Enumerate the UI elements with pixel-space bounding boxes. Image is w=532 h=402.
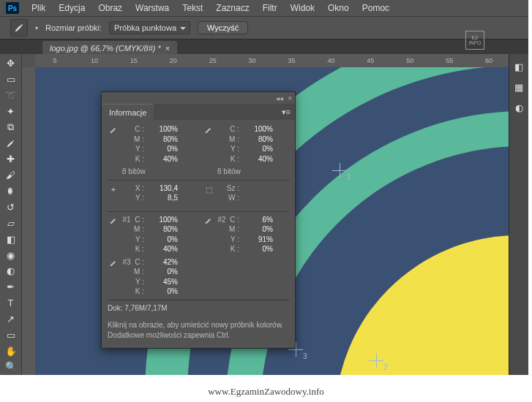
type-tool-icon[interactable]: T [3, 296, 19, 311]
close-icon[interactable]: × [288, 94, 292, 102]
panel-titlebar[interactable]: ◂◂ × [102, 92, 295, 104]
history-brush-tool-icon[interactable]: ↺ [3, 200, 19, 215]
eyedropper-icon [108, 124, 119, 149]
shape-tool-icon[interactable]: ▭ [3, 327, 19, 342]
eyedropper-tool-icon[interactable] [3, 136, 19, 151]
menu-okno[interactable]: Okno [321, 1, 356, 15]
menu-tekst[interactable]: Tekst [176, 1, 209, 15]
brush-tool-icon[interactable]: 🖌 [3, 168, 19, 183]
menu-zaznacz[interactable]: Zaznacz [209, 1, 255, 15]
info-panel[interactable]: ◂◂ × Informacje ▾≡ C :M :Y :K : 100% 80%… [101, 91, 296, 349]
lasso-tool-icon[interactable]: ➰ [3, 88, 19, 103]
crosshair-icon: + [108, 183, 119, 208]
close-icon[interactable]: × [165, 44, 170, 53]
menu-obraz[interactable]: Obraz [91, 1, 129, 15]
pen-tool-icon[interactable]: ✒ [3, 280, 19, 295]
move-tool-icon[interactable]: ✥ [3, 56, 19, 71]
sample-size-dropdown[interactable]: Próbka punktowa [109, 21, 190, 34]
eyedropper-icon [108, 257, 119, 282]
clear-button[interactable]: Wyczyść [198, 21, 248, 34]
path-tool-icon[interactable]: ↗ [3, 312, 19, 327]
panel-hint: Kliknij na obrazie, aby umieścić nowy pr… [108, 320, 289, 341]
eyedropper-icon [203, 215, 214, 240]
gradient-tool-icon[interactable]: ◧ [3, 232, 19, 246]
left-toolbar: ✥ ▭ ➰ ✦ ⧉ ✚ 🖌 ⧯ ↺ ▱ ◧ ◉ ◐ ✒ T ↗ ▭ ✋ 🔍 [0, 54, 22, 375]
dimensions-icon: ⬚ [203, 183, 214, 208]
watermark-badge: EZINFO [465, 31, 484, 50]
document-tabs: logo.jpg @ 66,7% (CMYK/8#) * × [0, 39, 528, 56]
wand-tool-icon[interactable]: ✦ [3, 105, 19, 119]
eraser-tool-icon[interactable]: ▱ [3, 216, 19, 230]
dodge-tool-icon[interactable]: ◐ [3, 264, 19, 278]
app-window: Ps Plik Edycja Obraz Warstwa Tekst Zazna… [0, 0, 528, 375]
active-tool-icon[interactable] [10, 19, 28, 37]
panel-menu-icon[interactable]: ▾≡ [277, 107, 295, 117]
hand-tool-icon[interactable]: ✋ [3, 344, 19, 358]
page-footer: www.EgzaminZawodowy.info [0, 386, 532, 398]
stamp-tool-icon[interactable]: ⧯ [3, 184, 19, 199]
document-tab[interactable]: logo.jpg @ 66,7% (CMYK/8#) * × [42, 41, 177, 56]
document-tab-title: logo.jpg @ 66,7% (CMYK/8#) * [50, 44, 161, 53]
doc-size-label: Dok: 7,76M/7,17M [108, 303, 289, 314]
menu-widok[interactable]: Widok [284, 1, 321, 15]
menu-filtr[interactable]: Filtr [256, 1, 284, 15]
menu-edycja[interactable]: Edycja [52, 1, 91, 15]
collapse-icon[interactable]: ◂◂ [276, 94, 283, 102]
chevron-down-icon[interactable]: ▾ [35, 25, 38, 31]
blur-tool-icon[interactable]: ◉ [3, 248, 19, 262]
vertical-ruler [22, 67, 36, 375]
marquee-tool-icon[interactable]: ▭ [3, 72, 19, 87]
eyedropper-icon [203, 124, 214, 149]
right-toolbar: ◧ ▦ ◐ [509, 54, 528, 375]
color-sampler-1[interactable]: 1 [335, 166, 345, 176]
healing-tool-icon[interactable]: ✚ [3, 152, 19, 167]
menu-pomoc[interactable]: Pomoc [356, 1, 396, 15]
sample-size-label: Rozmiar próbki: [45, 23, 102, 32]
crop-tool-icon[interactable]: ⧉ [3, 120, 19, 134]
horizontal-ruler: 51015 202530 354045 505560 [35, 54, 509, 68]
eyedropper-icon [108, 215, 119, 240]
info-tab[interactable]: Informacje [102, 104, 154, 121]
menu-warstwa[interactable]: Warstwa [129, 1, 176, 15]
zoom-tool-icon[interactable]: 🔍 [3, 360, 19, 374]
panel-icon[interactable]: ◐ [511, 100, 527, 115]
panel-icon[interactable]: ◧ [511, 59, 527, 74]
menu-bar: Ps Plik Edycja Obraz Warstwa Tekst Zazna… [0, 0, 528, 16]
menu-plik[interactable]: Plik [25, 1, 52, 15]
panel-icon[interactable]: ▦ [511, 80, 527, 94]
options-bar: ▾ Rozmiar próbki: Próbka punktowa Wyczyś… [0, 16, 528, 39]
app-logo: Ps [6, 2, 19, 14]
color-sampler-2[interactable]: 2 [372, 356, 382, 366]
panel-body: C :M :Y :K : 100% 80% 0% 40% C :M :Y :K … [102, 120, 295, 348]
